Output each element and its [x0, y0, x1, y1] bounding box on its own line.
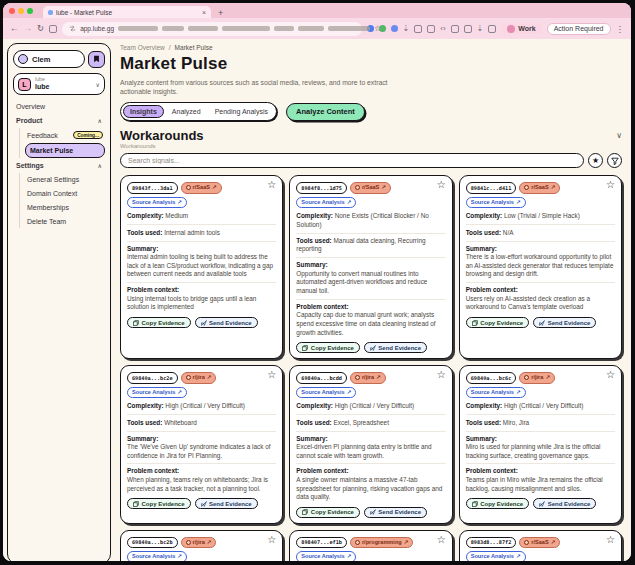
copy-evidence-button[interactable]: Copy Evidence: [466, 317, 530, 328]
copy-evidence-button[interactable]: Copy Evidence: [127, 498, 191, 509]
minimize-window-button[interactable]: [18, 8, 24, 14]
filter-button[interactable]: [607, 153, 622, 168]
collapse-chevron-icon[interactable]: ∨: [616, 131, 622, 140]
favorite-star-icon[interactable]: ☆: [267, 535, 276, 545]
kebab-menu-icon[interactable]: ⋮: [616, 24, 625, 34]
sidebar-section-product[interactable]: Product ∧: [13, 114, 105, 127]
favorite-star-icon[interactable]: ☆: [437, 180, 446, 190]
url-redacted: [222, 26, 270, 31]
source-analysis-badge[interactable]: Source Analysis ↗: [127, 197, 187, 208]
devtools-icon[interactable]: ‹›: [440, 24, 445, 33]
source-analysis-label: Source Analysis: [301, 553, 344, 560]
summary-label: Summary:: [296, 435, 445, 444]
zoom-window-button[interactable]: [27, 8, 33, 14]
url-bar[interactable]: app.lube.gg ☆: [62, 22, 361, 36]
team-selector[interactable]: L lube lube ∨: [13, 73, 105, 95]
action-required-button[interactable]: Action Required: [547, 23, 611, 35]
copy-evidence-button[interactable]: Copy Evidence: [296, 342, 360, 353]
extension-icon[interactable]: [414, 25, 422, 33]
tab-analyzed[interactable]: Analyzed: [166, 106, 207, 117]
browser-tab[interactable]: lube - Market Pulse ×: [43, 6, 211, 18]
copy-evidence-button[interactable]: Copy Evidence: [296, 507, 360, 518]
send-evidence-button[interactable]: Send Evidence: [364, 507, 427, 518]
tab-close-icon[interactable]: ×: [202, 9, 206, 16]
tools-label: Tools used:: [296, 237, 331, 244]
sidebar-item-memberships[interactable]: Memberships: [25, 201, 105, 214]
source-analysis-badge[interactable]: Source Analysis ↗: [127, 551, 187, 561]
reddit-icon: [186, 540, 191, 545]
favorite-star-icon[interactable]: ☆: [606, 370, 615, 380]
source-analysis-badge[interactable]: Source Analysis ↗: [466, 551, 526, 561]
subreddit-badge[interactable]: r/jira ↗: [181, 372, 217, 383]
favorites-star-button[interactable]: ★: [588, 153, 603, 168]
pin-sidebar-button[interactable]: [88, 51, 105, 68]
sidebar-item-general-settings[interactable]: General Settings: [25, 173, 105, 186]
cards-grid: ☆ 89843f...3da1 r/SaaS ↗ Source Analysis…: [120, 175, 622, 561]
favorite-star-icon[interactable]: ☆: [606, 180, 615, 190]
favorite-star-icon[interactable]: ☆: [437, 370, 446, 380]
subreddit-badge[interactable]: r/jira ↗: [350, 372, 386, 383]
sidebar-section-settings[interactable]: Settings ∧: [13, 159, 105, 172]
close-window-button[interactable]: [9, 8, 15, 14]
back-button[interactable]: ←: [10, 24, 19, 33]
extension-icon[interactable]: [427, 25, 435, 33]
source-analysis-badge[interactable]: Source Analysis ↗: [466, 387, 526, 398]
favorite-star-icon[interactable]: ☆: [437, 535, 446, 545]
tab-insights[interactable]: Insights: [123, 105, 164, 118]
analyze-content-button[interactable]: Analyze Content: [286, 103, 365, 121]
source-analysis-badge[interactable]: Source Analysis ↗: [296, 197, 356, 208]
send-evidence-button[interactable]: Send Evidence: [533, 498, 596, 509]
url-redacted: [118, 26, 158, 31]
sidebar-item-market-pulse[interactable]: Market Pulse: [25, 143, 105, 158]
external-link-icon: ↗: [551, 184, 556, 191]
signal-card: ☆ 8983d8...87f2 r/SaaS ↗ Source Analysis…: [459, 530, 622, 561]
source-analysis-badge[interactable]: Source Analysis ↗: [127, 387, 187, 398]
downloads-icon[interactable]: ⇣: [403, 24, 410, 33]
favorite-star-icon[interactable]: ☆: [267, 180, 276, 190]
user-avatar: [18, 54, 28, 64]
extension-icon[interactable]: [451, 25, 459, 33]
sidebar-toggle-icon[interactable]: [49, 25, 57, 33]
copy-evidence-button[interactable]: Copy Evidence: [466, 498, 530, 509]
reload-button[interactable]: ↻: [37, 24, 44, 33]
subreddit-badge[interactable]: r/programming ↗: [350, 537, 413, 548]
source-analysis-badge[interactable]: Source Analysis ↗: [296, 387, 356, 398]
subreddit-badge[interactable]: r/SaaS ↗: [350, 182, 391, 193]
tab-pending-analysis[interactable]: Pending Analysis: [209, 106, 274, 117]
download-tray-icon[interactable]: ⇣: [477, 24, 484, 33]
search-input[interactable]: [128, 157, 576, 164]
user-pill[interactable]: Clem: [13, 50, 85, 68]
summary-section: Summary:There is a low-effort workaround…: [466, 245, 615, 280]
subreddit-badge[interactable]: r/SaaS ↗: [519, 537, 560, 548]
sidebar-item-delete-team[interactable]: Delete Team: [25, 215, 105, 228]
subreddit-badge[interactable]: r/jira ↗: [519, 372, 555, 383]
send-evidence-button[interactable]: Send Evidence: [195, 317, 258, 328]
reddit-icon: [524, 540, 529, 545]
subreddit-badge[interactable]: r/SaaS ↗: [181, 182, 222, 193]
browser-window: lube - Market Pulse × + ← → ↻ app.lube.g…: [3, 3, 631, 561]
side-panel-icon[interactable]: [488, 25, 496, 33]
breadcrumb-root[interactable]: Team Overview: [120, 44, 165, 51]
send-evidence-button[interactable]: Send Evidence: [195, 498, 258, 509]
subreddit-badge[interactable]: r/jira ↗: [181, 537, 217, 548]
external-link-icon: ↗: [177, 199, 182, 206]
forward-button[interactable]: →: [24, 24, 33, 33]
sidebar-item-domain-context[interactable]: Domain Context: [25, 187, 105, 200]
new-tab-button[interactable]: +: [211, 8, 230, 18]
page-description: Analyze content from various sources suc…: [120, 78, 420, 96]
extension-icon[interactable]: [391, 25, 398, 32]
extension-icon[interactable]: [464, 25, 472, 33]
subreddit-badge[interactable]: r/SaaS ↗: [519, 182, 560, 193]
profile-chip[interactable]: Work: [501, 23, 541, 34]
sidebar-item-overview[interactable]: Overview: [13, 100, 105, 113]
extension-icon[interactable]: [379, 25, 386, 32]
copy-evidence-button[interactable]: Copy Evidence: [127, 317, 191, 328]
source-analysis-badge[interactable]: Source Analysis ↗: [296, 551, 356, 561]
sidebar-item-feedback[interactable]: Feedback Coming...: [25, 128, 105, 142]
action-required-label: Action Required: [554, 25, 604, 32]
send-evidence-button[interactable]: Send Evidence: [364, 342, 427, 353]
source-analysis-badge[interactable]: Source Analysis ↗: [466, 197, 526, 208]
send-evidence-button[interactable]: Send Evidence: [533, 317, 596, 328]
favorite-star-icon[interactable]: ☆: [267, 370, 276, 380]
favorite-star-icon[interactable]: ☆: [606, 535, 615, 545]
